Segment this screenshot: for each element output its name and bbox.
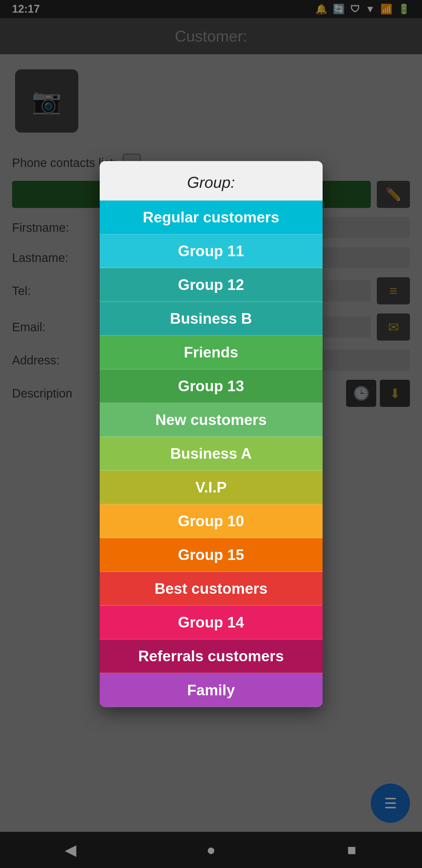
dialog-title: Group: [100, 161, 323, 201]
dialog-item-best-customers[interactable]: Best customers [100, 572, 323, 606]
dialog-item-referrals-customers[interactable]: Referrals customers [100, 640, 323, 673]
dialog-item-v.i.p[interactable]: V.I.P [100, 471, 323, 504]
dialog-item-family[interactable]: Family [100, 673, 323, 707]
dialog-item-group-11[interactable]: Group 11 [100, 235, 323, 268]
dialog-item-group-13[interactable]: Group 13 [100, 370, 323, 403]
dialog-item-group-15[interactable]: Group 15 [100, 538, 323, 572]
dialog-item-regular-customers[interactable]: Regular customers [100, 201, 323, 235]
dialog-item-group-14[interactable]: Group 14 [100, 606, 323, 640]
dialog-item-list: Regular customersGroup 11Group 12Busines… [100, 201, 323, 707]
dialog-item-friends[interactable]: Friends [100, 336, 323, 370]
dialog-item-group-12[interactable]: Group 12 [100, 268, 323, 302]
group-dialog: Group: Regular customersGroup 11Group 12… [100, 161, 323, 707]
dialog-item-group-10[interactable]: Group 10 [100, 504, 323, 538]
dialog-item-new-customers[interactable]: New customers [100, 403, 323, 437]
dialog-item-business-b[interactable]: Business B [100, 302, 323, 336]
dialog-item-business-a[interactable]: Business A [100, 437, 323, 471]
